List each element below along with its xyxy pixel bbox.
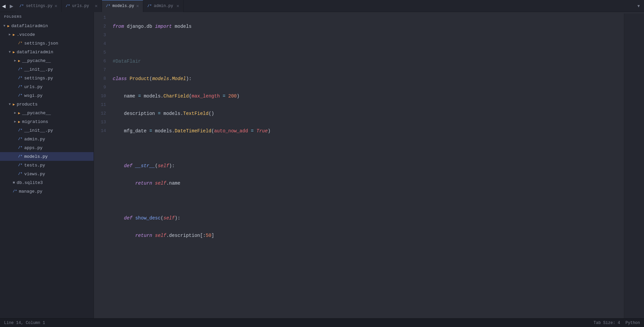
tree-label-init-1: __init__.py <box>24 67 53 72</box>
tree-label-products: products <box>17 102 38 107</box>
sidebar-header: FOLDERS <box>0 12 94 21</box>
tab-admin-label: admin.py <box>154 4 173 8</box>
code-line-10: return self.name <box>113 179 621 188</box>
tree-item-pycache-2[interactable]: ► ▶ __pycache__ <box>0 109 94 117</box>
tree-item-pycache-1[interactable]: ► ▶ __pycache__ <box>0 56 94 65</box>
tab-dropdown-button[interactable]: ▼ <box>633 0 644 12</box>
code-line-5: name = models.CharField(max_length = 200… <box>113 92 621 101</box>
tree-item-init-2[interactable]: /* __init__.py <box>0 126 94 135</box>
code-line-4: class Product(models.Model): <box>113 74 621 83</box>
code-editor[interactable]: from django.db import models #DataFlair … <box>110 13 624 318</box>
tree-item-models-py[interactable]: /* models.py <box>0 152 94 161</box>
sidebar: FOLDERS ▼ ▶ dataflairadmin ► ▶ .vscode /… <box>0 12 94 318</box>
tree-item-views-py[interactable]: /* views.py <box>0 170 94 178</box>
folder-icon-root: ▶ <box>7 24 10 28</box>
tab-bar: ◀ ▶ /* settings.py ✕ /* urls.py ✕ /* mod… <box>0 0 644 12</box>
file-icon-settings-json: /* <box>18 41 22 45</box>
code-line-2 <box>113 40 621 48</box>
file-icon-settings-py: /* <box>18 76 22 80</box>
editor-area: 1 2 3 4 5 6 7 8 9 10 11 12 13 14 from dj… <box>94 12 644 318</box>
file-icon-wsgi-py: /* <box>18 93 22 97</box>
tab-prev-button[interactable]: ◀ <box>0 0 8 12</box>
tree-item-dataflairadmin-inner[interactable]: ▼ ▶ dataflairadmin <box>0 48 94 56</box>
folder-icon-inner: ▶ <box>13 50 15 54</box>
tab-next-button[interactable]: ▶ <box>8 0 15 12</box>
code-line-9: def __str__(self): <box>113 161 621 170</box>
arrow-root: ▼ <box>3 24 6 28</box>
file-icon-db-sqlite3: ■ <box>13 181 15 185</box>
tree-label-urls-py: urls.py <box>24 84 43 89</box>
tab-models[interactable]: /* models.py ✕ <box>102 0 143 12</box>
tab-urls[interactable]: /* urls.py ✕ <box>62 0 102 12</box>
tab-settings-close[interactable]: ✕ <box>54 4 57 8</box>
tree-item-manage-py[interactable]: /* manage.py <box>0 187 94 196</box>
tree-label-admin-py: admin.py <box>24 137 45 142</box>
tab-settings-label: settings.py <box>26 4 52 8</box>
tree-item-db-sqlite3[interactable]: ■ db.sqlite3 <box>0 178 94 187</box>
minimap <box>624 13 644 318</box>
tab-admin[interactable]: /* admin.py ✕ <box>143 0 183 12</box>
tree-item-apps-py[interactable]: /* apps.py <box>0 143 94 152</box>
arrow-products: ▼ <box>8 103 11 106</box>
tree-label-pycache-1: __pycache__ <box>22 58 51 63</box>
file-icon-tests-py: /* <box>18 163 22 167</box>
tree-item-settings-py[interactable]: /* settings.py <box>0 74 94 82</box>
tree-label-vscode: .vscode <box>17 32 35 37</box>
tree-item-wsgi-py[interactable]: /* wsgi.py <box>0 91 94 100</box>
tab-admin-close[interactable]: ✕ <box>176 4 179 8</box>
tab-models-close[interactable]: ✕ <box>136 4 139 8</box>
arrow-pycache-1: ► <box>13 59 17 63</box>
status-bar: Line 14, Column 1 Tab Size: 4 Python <box>0 318 644 327</box>
arrow-vscode: ► <box>8 33 11 37</box>
tree-label-views-py: views.py <box>24 172 45 177</box>
tab-models-icon: /* <box>106 4 110 8</box>
tree-label-apps-py: apps.py <box>24 145 43 150</box>
code-line-8 <box>113 144 621 153</box>
tab-urls-close[interactable]: ✕ <box>95 4 97 8</box>
tab-admin-icon: /* <box>147 4 152 8</box>
tree-label-settings-json: settings.json <box>24 41 58 46</box>
status-tab-size: Tab Size: 4 <box>594 321 620 325</box>
code-line-7: mfg_date = models.DateTimeField(auto_now… <box>113 127 621 135</box>
tree-label-migrations: migrations <box>22 119 48 124</box>
tree-label-init-2: __init__.py <box>24 128 53 133</box>
code-line-12: def show_desc(self): <box>113 214 621 222</box>
file-icon-init-1: /* <box>18 67 22 71</box>
tree-label-root: dataflairadmin <box>11 23 48 28</box>
status-language: Python <box>626 321 640 325</box>
arrow-pycache-2: ► <box>13 111 17 115</box>
tab-settings[interactable]: /* settings.py ✕ <box>15 0 62 12</box>
tab-urls-icon: /* <box>66 4 70 8</box>
tree-item-products[interactable]: ▼ ▶ products <box>0 100 94 109</box>
folder-icon-migrations: ▶ <box>18 120 20 124</box>
arrow-migrations: ► <box>13 120 17 124</box>
tab-urls-label: urls.py <box>72 4 89 8</box>
folder-icon-vscode: ▶ <box>13 32 15 37</box>
tree-item-urls-py[interactable]: /* urls.py <box>0 82 94 91</box>
tree-item-root-dataflairadmin[interactable]: ▼ ▶ dataflairadmin <box>0 21 94 30</box>
tree-label-inner: dataflairadmin <box>17 50 53 55</box>
tree-item-init-1[interactable]: /* __init__.py <box>0 65 94 74</box>
status-left: Line 14, Column 1 <box>4 321 45 325</box>
tree-label-settings-py: settings.py <box>24 76 53 81</box>
code-line-14 <box>113 249 621 257</box>
folder-icon-products: ▶ <box>13 102 15 107</box>
main-area: FOLDERS ▼ ▶ dataflairadmin ► ▶ .vscode /… <box>0 12 644 318</box>
tree-item-settings-json[interactable]: /* settings.json <box>0 39 94 48</box>
tree-item-admin-py[interactable]: /* admin.py <box>0 135 94 143</box>
file-icon-models-py: /* <box>18 154 22 158</box>
folder-icon-pycache-2: ▶ <box>18 111 20 115</box>
status-position: Line 14, Column 1 <box>4 321 45 325</box>
code-container[interactable]: 1 2 3 4 5 6 7 8 9 10 11 12 13 14 from dj… <box>94 12 644 318</box>
tree-label-tests-py: tests.py <box>24 163 45 168</box>
tree-item-migrations[interactable]: ► ▶ migrations <box>0 117 94 126</box>
file-icon-admin-py: /* <box>18 137 22 141</box>
tab-settings-icon: /* <box>19 4 24 8</box>
tree-label-models-py: models.py <box>24 154 48 159</box>
code-line-6: description = models.TextField() <box>113 109 621 118</box>
file-icon-urls-py: /* <box>18 85 22 89</box>
tree-item-vscode[interactable]: ► ▶ .vscode <box>0 30 94 39</box>
code-line-1: from django.db import models <box>113 22 621 31</box>
tree-label-pycache-2: __pycache__ <box>22 111 51 116</box>
tree-item-tests-py[interactable]: /* tests.py <box>0 161 94 170</box>
